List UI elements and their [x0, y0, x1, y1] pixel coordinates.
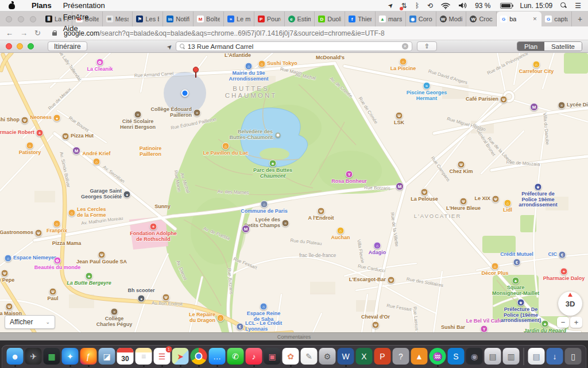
poi-label: Pizza Hut [71, 133, 100, 139]
menu-item-aide[interactable]: Aide [57, 23, 111, 34]
location-arrow-icon[interactable]: ➤ [388, 2, 393, 9]
dock-icon-powerpoint[interactable]: P [374, 348, 391, 365]
poi-label: Patistory [16, 150, 44, 156]
dock-icon-facetime[interactable]: ✆ [227, 348, 244, 365]
zoom-out-button[interactable]: − [557, 317, 569, 328]
dock-icon-cloud-app[interactable]: S [448, 348, 465, 365]
new-tab-button[interactable]: + [572, 12, 588, 26]
browser-tab[interactable]: PPourq [254, 12, 285, 26]
dock-icon-finder[interactable]: ☻ [7, 348, 24, 365]
comments-bar[interactable]: Commentaires [0, 332, 588, 340]
spotlight-icon[interactable] [560, 2, 567, 9]
tab-favicon: ◉ [409, 16, 416, 22]
rest-poi-icon: Ψ [35, 229, 42, 237]
wifi-icon[interactable] [441, 2, 450, 9]
dock-icon-notes[interactable]: ≡ [136, 348, 152, 365]
dock-icon-dark-app[interactable]: ◉ [466, 348, 483, 365]
street-label: Rue Lally-Tollendal [56, 53, 82, 82]
zoom-in-button[interactable]: + [570, 317, 582, 328]
dock-icon-messages[interactable]: … [209, 348, 226, 365]
forward-button[interactable]: → [20, 29, 28, 37]
dock-icon-word[interactable]: W [338, 348, 354, 365]
browser-tab[interactable]: ▲mars - [376, 12, 406, 26]
dock-icon-photo-booth[interactable]: ▣ [264, 348, 281, 365]
bluetooth-icon[interactable]: ᛒ [415, 2, 419, 10]
map-canvas[interactable]: Rue Armand CarrelRue Lally-TollendalRue … [0, 53, 588, 332]
dock-icon-chrome[interactable] [191, 348, 207, 365]
browser-tab[interactable]: Gcaptur [541, 12, 572, 26]
dock-icon-system-preferences[interactable]: ⚙ [319, 348, 336, 365]
dock-icon-pixel-app[interactable]: ▦ [44, 348, 60, 365]
rest-poi-icon: Ψ [500, 96, 508, 103]
tab-label: Boîte [206, 16, 220, 22]
dock-icon-textedit[interactable]: ✎ [301, 348, 318, 365]
shop-poi-icon: ⌂ [68, 209, 76, 217]
dock-icon-media-app[interactable]: ▲ [411, 348, 428, 365]
current-location-button[interactable]: ➤ [167, 42, 172, 51]
browser-tab[interactable]: »Le my [224, 12, 254, 26]
menu-item-fenêtre[interactable]: Fenêtre [57, 12, 111, 23]
dock-icon-utility-2[interactable]: ▥ [503, 348, 520, 365]
url-bar[interactable]: google.com/search?q=balade&oq=balade&aqs… [64, 29, 385, 37]
show-dropdown[interactable]: Afficher ⌄ [5, 315, 55, 329]
browser-tab[interactable]: DDuolin [315, 12, 345, 26]
browser-window-controls[interactable] [0, 16, 42, 26]
dock-icon-plans-maps[interactable]: ➤ [172, 348, 189, 365]
browser-tab[interactable]: MBoîte [194, 12, 224, 26]
volume-icon[interactable] [458, 2, 467, 9]
clear-search-icon[interactable]: ✕ [402, 43, 408, 49]
time-machine-icon[interactable]: ⟲ [427, 2, 433, 10]
search-result-pin[interactable] [193, 67, 199, 78]
street-label: Rue Lassus [412, 306, 420, 331]
dock-icon-downloads-folder[interactable]: ↓ [547, 348, 563, 365]
street-label: Rue de Meaux [47, 87, 72, 112]
back-button[interactable]: ← [6, 29, 13, 37]
tab-close-icon[interactable]: ✕ [532, 16, 539, 22]
browser-tab[interactable]: WModifi [436, 12, 467, 26]
reload-button[interactable]: ↻ [34, 29, 41, 37]
apple-menu-icon[interactable] [8, 2, 16, 9]
street-label: Rue du Plateau [290, 238, 322, 247]
browser-tab[interactable]: Gba✕ [497, 12, 541, 26]
dock-icon-utility-1[interactable]: ▤ [485, 348, 501, 365]
dock-icon-reminders[interactable]: ☰1 [154, 348, 171, 365]
menu-item-présentation[interactable]: Présentation [57, 0, 111, 12]
search-input[interactable]: 13 Rue Armand Carrel ✕ [176, 41, 412, 51]
poi-label: Carrefour City [514, 69, 559, 75]
dock-icon-firefox[interactable]: ƒ [80, 348, 97, 365]
notification-center-icon[interactable]: ☰ [575, 2, 581, 10]
tab-satellite[interactable]: Satellite [544, 42, 582, 51]
browser-tab[interactable]: ⚑Les B [133, 12, 163, 26]
dock-icon-documents-stack[interactable]: ▤ [528, 348, 545, 365]
dock-icon-preview[interactable]: ◪ [99, 348, 115, 365]
poi-label: CollègeCharles Péguy [94, 316, 135, 327]
dock-icon-launchpad[interactable]: ✈ [25, 348, 42, 365]
tab-plan[interactable]: Plan [517, 42, 544, 51]
sync-icon[interactable]: ⇅ [401, 2, 407, 10]
dock-icon-photos[interactable]: ✿ [283, 348, 299, 365]
rest-poi-icon: Ψ [6, 303, 13, 310]
dock-icon-safari[interactable]: ✦ [62, 348, 79, 365]
compass-3d-button[interactable]: 3D [558, 292, 582, 316]
dock-icon-music[interactable]: ♪ [246, 348, 262, 365]
browser-tab[interactable]: inNotific [163, 12, 194, 26]
dock-icon-excel[interactable]: X [356, 348, 373, 365]
share-button[interactable]: ⇧ [417, 41, 437, 51]
maps-window-toolbar: Itinéraire ➤ 13 Rue Armand Carrel ✕ ⇧ Pl… [0, 40, 588, 53]
dock-icon-calendar[interactable]: 30 [117, 348, 134, 365]
menu-clock[interactable]: Lun. 15:09 [520, 2, 553, 10]
maps-window-controls[interactable] [0, 43, 40, 49]
browser-tab[interactable]: ◉Coron [406, 12, 436, 26]
browser-tab[interactable]: WCrocs [466, 12, 497, 26]
dock-icon-spotify[interactable]: ♒ [430, 348, 446, 365]
lock-icon[interactable] [52, 30, 57, 36]
directions-button[interactable]: Itinéraire [48, 41, 87, 51]
browser-tab[interactable]: fThierr [345, 12, 376, 26]
menu-app-name[interactable]: Plans [26, 0, 57, 12]
poi-label: Collège ÉdouardPailleron [144, 107, 192, 118]
dock-icon-trash[interactable]: ▯ [565, 348, 582, 365]
tab-label: mars - [388, 16, 402, 22]
area-label: L'AVOCATIER [414, 213, 462, 219]
dock-icon-help[interactable]: ? [393, 348, 409, 365]
browser-tab[interactable]: eEstim [285, 12, 315, 26]
